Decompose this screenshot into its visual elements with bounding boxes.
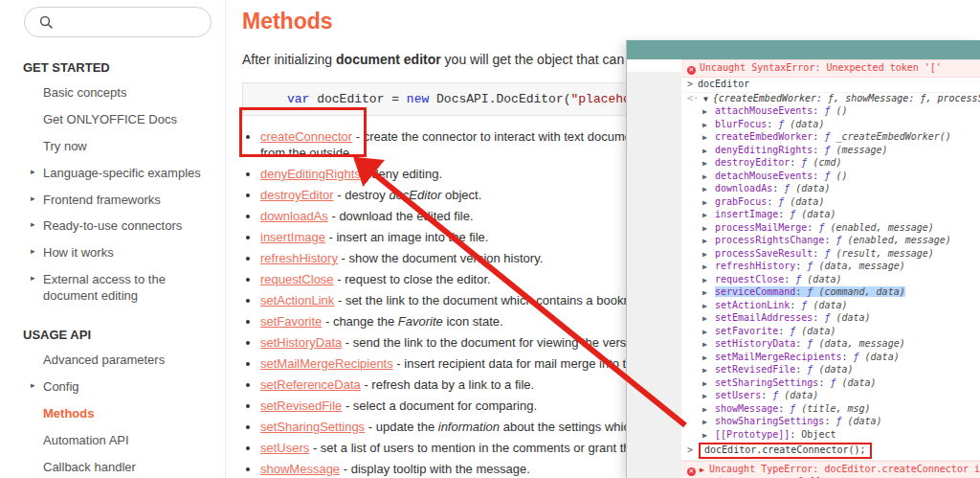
- expand-triangle-icon[interactable]: ▶: [702, 275, 715, 287]
- tree-row-showMessage[interactable]: ▶showMessage: ƒ (title, msg): [681, 403, 980, 417]
- expand-triangle-icon[interactable]: ▶: [702, 249, 715, 262]
- tree-row-blurFocus[interactable]: ▶blurFocus: ƒ (data): [681, 119, 980, 132]
- tree-row-setRevisedFile[interactable]: ▶setRevisedFile: ƒ (data): [681, 364, 980, 377]
- expand-triangle-icon[interactable]: ▶: [702, 132, 715, 145]
- method-link-setreferencedata[interactable]: setReferenceData: [260, 377, 361, 392]
- expand-triangle-icon[interactable]: ▶: [702, 287, 715, 300]
- property-name: destroyEditor: [715, 157, 790, 168]
- expand-triangle-icon[interactable]: ▶: [702, 301, 715, 313]
- method-dash: -: [338, 251, 349, 265]
- function-symbol: ƒ: [790, 326, 801, 336]
- tree-row-createEmbedWorker[interactable]: ▶createEmbedWorker: ƒ _createEmbedWorker…: [681, 131, 980, 145]
- method-description: request to close the editor.: [345, 272, 490, 286]
- method-link-setusers[interactable]: setUsers: [260, 441, 309, 455]
- tree-row-setHistoryData[interactable]: ▶setHistoryData: ƒ (data, message): [681, 338, 980, 352]
- tree-row-refreshHistory[interactable]: ▶refreshHistory: ƒ (data, message): [681, 261, 980, 274]
- error-line: ✕▶Uncaught TypeError: docEditor.createCo…: [687, 464, 980, 477]
- search-box[interactable]: [24, 7, 212, 37]
- sidebar-item-config[interactable]: ▸Config: [43, 379, 208, 396]
- tree-row-setEmailAddresses[interactable]: ▶setEmailAddresses: ƒ (data): [681, 312, 980, 326]
- method-link-setfavorite[interactable]: setFavorite: [260, 314, 322, 329]
- expand-triangle-icon[interactable]: ▶: [702, 430, 715, 443]
- method-link-sethistorydata[interactable]: setHistoryData: [260, 335, 342, 350]
- method-link-downloadas[interactable]: downloadAs: [260, 209, 328, 223]
- console-error-type: ✕▶Uncaught TypeError: docEditor.createCo…: [681, 461, 980, 478]
- text-segment: Favorite: [398, 314, 443, 329]
- tree-row-setMailMergeRecipients[interactable]: ▶setMailMergeRecipients: ƒ (data): [681, 352, 980, 365]
- expand-triangle-icon[interactable]: ▶: [702, 391, 715, 403]
- tree-row-processMailMerge[interactable]: ▶processMailMerge: ƒ (enabled, message): [681, 222, 980, 236]
- caret-down-icon[interactable]: ▼: [703, 95, 713, 103]
- tree-row-setSharingSettings[interactable]: ▶setSharingSettings: ƒ (data): [681, 377, 980, 391]
- sidebar-item-automation-api[interactable]: Automation API: [43, 433, 208, 449]
- tree-row-downloadAs[interactable]: ▶downloadAs: ƒ (data): [681, 183, 980, 196]
- method-link-refreshhistory[interactable]: refreshHistory: [260, 251, 338, 265]
- expand-triangle-icon[interactable]: ▶: [702, 365, 715, 377]
- expand-triangle-icon[interactable]: ▶: [702, 158, 715, 171]
- tree-row-serviceCommand[interactable]: ▶serviceCommand: ƒ (command, data): [681, 286, 980, 300]
- method-link-setrevisedfile[interactable]: setRevisedFile: [260, 398, 342, 413]
- expand-triangle-icon[interactable]: ▶: [702, 106, 715, 119]
- expand-triangle-icon[interactable]: ▶: [702, 353, 715, 365]
- expand-triangle-icon[interactable]: ▶: [702, 171, 715, 184]
- expand-triangle-icon[interactable]: ▶: [700, 465, 709, 477]
- expand-triangle-icon[interactable]: ▶: [702, 417, 715, 429]
- text-segment: select a document for comparing.: [353, 398, 537, 413]
- sidebar-item-advanced-parameters[interactable]: Advanced parameters: [43, 353, 208, 369]
- expand-triangle-icon[interactable]: ▶: [702, 404, 715, 417]
- expand-triangle-icon[interactable]: ▶: [702, 378, 715, 391]
- method-link-setactionlink[interactable]: setActionLink: [260, 293, 334, 307]
- expand-triangle-icon[interactable]: ▶: [702, 210, 715, 222]
- expand-triangle-icon[interactable]: ▶: [702, 223, 715, 236]
- method-link-insertimage[interactable]: insertImage: [260, 230, 325, 244]
- expand-triangle-icon[interactable]: ▶: [702, 120, 715, 132]
- tree-row-destroyEditor[interactable]: ▶destroyEditor: ƒ (cmd): [681, 157, 980, 171]
- tree-row-requestClose[interactable]: ▶requestClose: ƒ (data): [681, 274, 980, 287]
- error-text: Uncaught SyntaxError: Unexpected token '…: [700, 62, 942, 73]
- method-description: destroy docEditor object.: [345, 188, 481, 202]
- tree-row-showSharingSettings[interactable]: ▶showSharingSettings: ƒ (data): [681, 416, 980, 429]
- tree-row-detachMouseEvents[interactable]: ▶detachMouseEvents: ƒ (): [681, 171, 980, 184]
- sidebar-item-ready-to-use-connectors[interactable]: ▸Ready-to-use connectors: [43, 218, 208, 235]
- expand-triangle-icon[interactable]: ▶: [702, 236, 715, 248]
- sidebar-item-language-specific-examples[interactable]: ▸Language-specific examples: [43, 166, 208, 182]
- method-link-showmessage[interactable]: showMessage: [260, 462, 340, 476]
- expand-triangle-icon[interactable]: ▶: [702, 313, 715, 326]
- tree-row-Prototype[interactable]: ▶[[Prototype]]: Object: [681, 429, 980, 443]
- tree-row-setActionLink[interactable]: ▶setActionLink: ƒ (data): [681, 300, 980, 313]
- tree-row-insertImage[interactable]: ▶insertImage: ƒ (data): [681, 209, 980, 222]
- method-link-destroyeditor[interactable]: destroyEditor: [260, 188, 334, 202]
- method-link-denyeditingrights[interactable]: denyEditingRights: [260, 167, 361, 181]
- expand-triangle-icon[interactable]: ▶: [702, 262, 715, 274]
- expand-triangle-icon[interactable]: ▶: [702, 197, 715, 210]
- text-segment: destroy: [345, 188, 389, 202]
- tree-row-grabFocus[interactable]: ▶grabFocus: ƒ (data): [681, 196, 980, 210]
- tree-row-setFavorite[interactable]: ▶setFavorite: ƒ (data): [681, 326, 980, 339]
- expand-triangle-icon[interactable]: ▶: [702, 146, 715, 158]
- tree-row-attachMouseEvents[interactable]: ▶attachMouseEvents: ƒ (): [681, 105, 980, 119]
- method-link-setmailmergerecipients[interactable]: setMailMergeRecipients: [260, 356, 393, 371]
- sidebar-item-get-onlyoffice-docs[interactable]: Get ONLYOFFICE Docs: [43, 112, 208, 128]
- sidebar-item-frontend-frameworks[interactable]: ▸Frontend frameworks: [43, 193, 208, 209]
- method-link-createconnector[interactable]: createConnector: [260, 129, 352, 144]
- tree-row-processSaveResult[interactable]: ▶processSaveResult: ƒ (result, message): [681, 248, 980, 262]
- tree-row-denyEditingRights[interactable]: ▶denyEditingRights: ƒ (message): [681, 145, 980, 158]
- console-panel[interactable]: ✕Uncaught SyntaxError: Unexpected token …: [681, 59, 980, 478]
- sidebar-item-basic-concepts[interactable]: Basic concepts: [43, 85, 208, 102]
- text-segment: update the: [376, 420, 438, 434]
- sidebar-item-try-now[interactable]: Try now: [43, 139, 208, 155]
- method-link-requestclose[interactable]: requestClose: [260, 272, 334, 286]
- function-symbol: ƒ: [824, 312, 835, 323]
- sidebar-item-callback-handler[interactable]: Callback handler: [43, 460, 208, 476]
- tree-row-setUsers[interactable]: ▶setUsers: ƒ (data): [681, 390, 980, 403]
- sidebar-item-how-it-works[interactable]: ▸How it works: [43, 245, 208, 262]
- sidebar-item-methods[interactable]: Methods: [43, 406, 208, 422]
- function-symbol: ƒ: [784, 183, 795, 193]
- function-symbol: ƒ: [795, 274, 807, 285]
- sidebar-item-external-access-to-the-document-editing[interactable]: ▸External access to the document editing: [43, 272, 208, 305]
- expand-triangle-icon[interactable]: ▶: [702, 339, 715, 352]
- tree-row-processRightsChange[interactable]: ▶processRightsChange: ƒ (enabled, messag…: [681, 235, 980, 248]
- expand-triangle-icon[interactable]: ▶: [702, 327, 715, 339]
- expand-triangle-icon[interactable]: ▶: [702, 184, 715, 196]
- method-link-setsharingsettings[interactable]: setSharingSettings: [260, 420, 365, 434]
